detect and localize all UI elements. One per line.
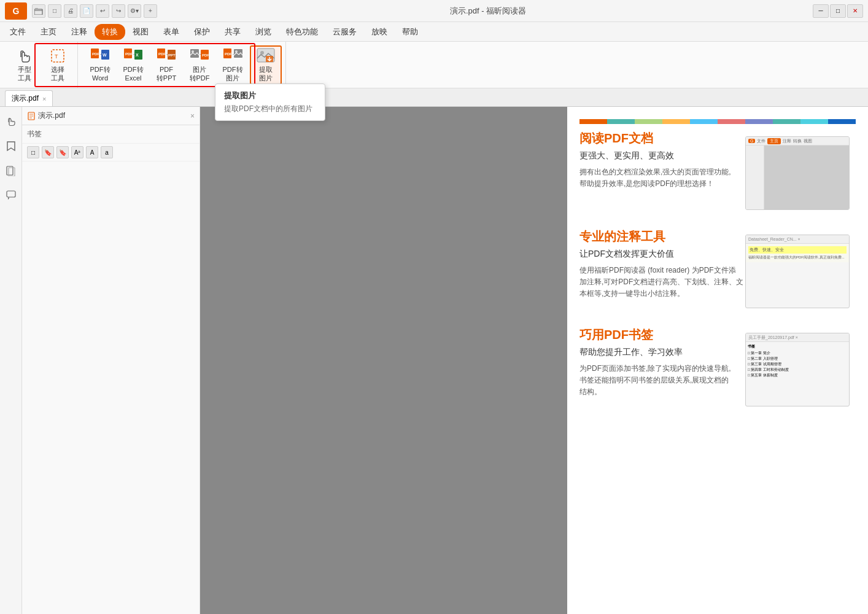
inner-filename3: 员工手册_20120917.pdf × — [748, 335, 798, 341]
menu-browse[interactable]: 浏览 — [248, 24, 279, 40]
tab-close-btn[interactable]: × — [42, 95, 46, 103]
pdf-preview: 阅读PDF文档 更强大、更实用、更高效 拥有出色的文档渲染效果,强大的页面管理功… — [567, 107, 868, 614]
menu-file[interactable]: 文件 — [2, 24, 33, 40]
more-btn[interactable]: ⚙▾ — [128, 4, 141, 18]
title-bar: G □ 🖨 📄 ↩ ↪ ⚙▾ + 演示.pdf - 福昕阅读器 ─ □ ✕ — [0, 0, 868, 22]
bookmark-add-btn[interactable]: 🔖 — [42, 146, 54, 158]
print-btn[interactable]: 🖨 — [64, 4, 77, 18]
select-tool-btn[interactable]: T 选择工具 — [42, 45, 74, 85]
hand-icon — [15, 47, 34, 64]
pdf-to-excel-icon: PDF → X — [123, 47, 143, 64]
extract-image-btn[interactable]: 提取图片 — [250, 45, 282, 85]
open-folder-btn[interactable] — [32, 4, 45, 18]
color-seg-7 — [745, 119, 773, 124]
menu-protect[interactable]: 保护 — [187, 24, 217, 40]
menu-home[interactable]: 主页 — [33, 24, 64, 40]
left-panel-header: 演示.pdf × — [22, 107, 200, 125]
sidebar-pages-icon[interactable] — [2, 162, 20, 179]
inner-main — [764, 146, 849, 209]
color-seg-1 — [579, 119, 607, 124]
image-to-pdf-icon: → PDF — [190, 47, 209, 64]
menu-share[interactable]: 共享 — [217, 24, 248, 40]
undo-btn[interactable]: ↩ — [96, 4, 109, 18]
pdf-to-ppt-btn[interactable]: PDF → PPT PDF转PPT — [150, 45, 182, 85]
close-btn[interactable]: ✕ — [847, 4, 863, 18]
bm-item4: □ 第四章 工时和劳动制度 — [748, 367, 789, 373]
pdf-to-ppt-icon: PDF → PPT — [157, 47, 176, 64]
main-layout: 演示.pdf × 书签 □ 🔖 🔖 Aᵃ A a ◀ — [0, 107, 868, 614]
tab-bar: 演示.pdf × — [0, 88, 868, 107]
tab-file-icon — [27, 112, 36, 120]
svg-rect-1 — [35, 8, 38, 10]
minimize-btn[interactable]: ─ — [813, 4, 829, 18]
tooltip-title: 提取图片 — [224, 90, 316, 101]
toolbar-group-convert: PDF → W PDF转Word PDF → X PDF转Excel — [80, 42, 286, 88]
inner-filename2: Datasheet_Reader_CN... × — [748, 237, 800, 241]
inner-annotation-content: 免费、快速、安全 福昕阅读器是一款功能强大的PDF阅读软件,真正做到免费... — [746, 244, 849, 262]
tab-file-name: 演示.pdf — [38, 111, 65, 121]
pdf-to-image-icon: PDF → — [223, 47, 242, 64]
menu-view[interactable]: 视图 — [125, 24, 156, 40]
highlighted-text: 免费、快速、安全 — [748, 246, 847, 254]
menu-convert[interactable]: 转换 — [95, 24, 125, 40]
color-seg-10 — [828, 119, 856, 124]
hand-tool-btn[interactable]: 手型工具 — [9, 45, 41, 85]
pdf-page: 阅读PDF文档 更强大、更实用、更高效 拥有出色的文档渲染效果,强大的页面管理功… — [567, 107, 868, 614]
menu-form[interactable]: 表单 — [156, 24, 187, 40]
inner-menu-file: 文件 — [757, 138, 765, 144]
customize-btn[interactable]: + — [144, 4, 157, 18]
pdf-to-image-label: PDF转图片 — [223, 66, 243, 82]
pdf-to-excel-btn[interactable]: PDF → X PDF转Excel — [117, 45, 149, 85]
pdf-to-word-btn[interactable]: PDF → W PDF转Word — [84, 45, 116, 85]
tooltip-popup: 提取图片 提取PDF文档中的所有图片 — [215, 84, 325, 121]
color-seg-4 — [662, 119, 690, 124]
window-controls[interactable]: ─ □ ✕ — [813, 4, 863, 18]
sidebar-bookmark-icon[interactable] — [2, 138, 20, 155]
bm-label: 书签 — [748, 344, 789, 349]
toolbar-group-tools: 手型工具 T 选择工具 — [5, 42, 78, 88]
image-to-pdf-label: 图片转PDF — [190, 66, 210, 82]
bookmark-fontsize-up-btn[interactable]: A — [86, 146, 98, 158]
left-panel: 演示.pdf × 书签 □ 🔖 🔖 Aᵃ A a — [22, 107, 200, 614]
new-doc-btn[interactable]: 📄 — [80, 4, 93, 18]
menu-help[interactable]: 帮助 — [395, 24, 425, 40]
bookmark-section-label: 书签 — [22, 125, 200, 144]
content-area: ◀ 阅读PDF文档 — [200, 107, 868, 614]
inner-menu-active: 主页 — [767, 138, 781, 144]
svg-text:PPT: PPT — [168, 53, 176, 57]
svg-text:PDF: PDF — [202, 53, 209, 57]
menu-cloud[interactable]: 云服务 — [325, 24, 364, 40]
inner-sidebar — [746, 146, 764, 209]
inner-menu-conv: 转换 — [793, 138, 802, 144]
titlebar-controls[interactable]: □ 🖨 📄 ↩ ↪ ⚙▾ + — [32, 4, 157, 18]
toolbar: 手型工具 T 选择工具 PDF → W — [0, 42, 868, 88]
annotation-text: 福昕阅读器是一款功能强大的PDF阅读软件,真正做到免费... — [748, 255, 847, 260]
menu-special[interactable]: 特色功能 — [279, 24, 325, 40]
pdf-tab[interactable]: 演示.pdf × — [5, 90, 53, 106]
redo-btn[interactable]: ↪ — [112, 4, 125, 18]
bm-item5: □ 第五章 休薪制度 — [748, 373, 789, 378]
select-icon: T — [48, 47, 68, 64]
bookmark-collapse-btn[interactable]: □ — [27, 146, 39, 158]
inner-ss-bar1: G 文件 主页 注释 转换 视图 — [746, 137, 849, 146]
pdf-section-annotation: 专业的注释工具 让PDF文档发挥更大价值 使用福昕PDF阅读器 (foxit r… — [579, 228, 856, 308]
sidebar-icons — [0, 107, 22, 614]
inner-menu-view: 视图 — [804, 138, 812, 144]
sidebar-comment-icon[interactable] — [2, 187, 20, 204]
pdf-to-ppt-label: PDF转PPT — [157, 66, 176, 82]
color-seg-6 — [718, 119, 745, 124]
maximize-btn[interactable]: □ — [830, 4, 846, 18]
inner-content — [746, 146, 849, 209]
menu-slideshow[interactable]: 放映 — [364, 24, 395, 40]
sidebar-hand-icon[interactable] — [2, 113, 20, 130]
tab-close[interactable]: × — [190, 112, 195, 120]
image-to-pdf-btn[interactable]: → PDF 图片转PDF — [184, 45, 215, 85]
bookmark-rename-btn[interactable]: Aᵃ — [71, 146, 83, 158]
pdf-section-read: 阅读PDF文档 更强大、更实用、更高效 拥有出色的文档渲染效果,强大的页面管理功… — [579, 130, 856, 210]
bookmark-delete-btn[interactable]: 🔖 — [56, 146, 69, 158]
menu-annotation[interactable]: 注释 — [64, 24, 95, 40]
bookmark-fontsize-down-btn[interactable]: a — [101, 146, 113, 158]
new-btn[interactable]: □ — [48, 4, 61, 18]
pdf-to-image-btn[interactable]: PDF → PDF转图片 — [217, 45, 249, 85]
pdf-to-word-icon: PDF → W — [90, 47, 110, 64]
